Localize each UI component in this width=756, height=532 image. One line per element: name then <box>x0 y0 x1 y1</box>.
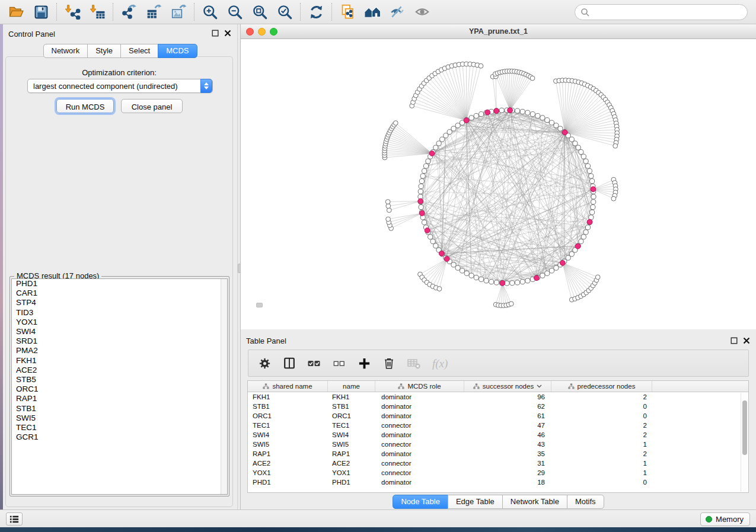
graph-node[interactable] <box>576 145 580 150</box>
graph-node[interactable] <box>585 225 590 230</box>
graph-node[interactable] <box>535 113 540 118</box>
mcds-result-item[interactable]: STB1 <box>12 404 227 414</box>
graph-mcds-node[interactable] <box>419 211 425 216</box>
graph-node[interactable] <box>474 275 479 280</box>
graph-mcds-node[interactable] <box>534 275 540 281</box>
graph-mcds-node[interactable] <box>587 219 592 225</box>
mcds-result-item[interactable]: ORC1 <box>12 384 227 394</box>
graph-node[interactable] <box>581 235 586 239</box>
table-row-RAP1[interactable]: RAP1RAP1dominator352 <box>248 449 748 459</box>
search-input[interactable] <box>590 7 747 18</box>
graph-node[interactable] <box>566 255 570 260</box>
graph-mcds-node[interactable] <box>485 110 490 115</box>
graph-node[interactable] <box>451 262 456 267</box>
mcds-result-item[interactable]: RAP1 <box>12 394 227 403</box>
graph-node[interactable] <box>581 154 586 159</box>
graph-node[interactable] <box>393 121 398 126</box>
graph-node[interactable] <box>479 63 483 68</box>
table-row-SWI5[interactable]: SWI5SWI5connector431 <box>248 440 748 449</box>
graph-node[interactable] <box>554 265 559 270</box>
graph-node[interactable] <box>530 76 535 81</box>
export-table-button[interactable] <box>141 1 166 23</box>
graph-node[interactable] <box>587 169 592 174</box>
table-row-STB1[interactable]: STB1STB1dominator620 <box>248 402 748 411</box>
graph-mcds-node[interactable] <box>562 130 567 135</box>
graph-node[interactable] <box>422 169 427 174</box>
column-header-name[interactable]: name <box>328 381 375 392</box>
mcds-result-item[interactable]: PMA2 <box>12 346 227 355</box>
graph-node[interactable] <box>489 280 494 284</box>
graph-node[interactable] <box>611 196 616 201</box>
graph-node[interactable] <box>479 277 484 281</box>
close-panel-button[interactable]: Close panel <box>121 99 183 113</box>
import-table-button[interactable] <box>85 1 110 23</box>
graph-node[interactable] <box>419 205 423 210</box>
graph-node[interactable] <box>525 110 530 115</box>
graph-mcds-node[interactable] <box>500 280 505 286</box>
graph-node[interactable] <box>419 179 424 184</box>
graph-node[interactable] <box>591 205 595 210</box>
graph-node[interactable] <box>451 126 456 131</box>
graph-node[interactable] <box>591 200 596 204</box>
clone-network-button[interactable] <box>335 1 360 23</box>
graph-mcds-node[interactable] <box>418 198 423 204</box>
graph-node[interactable] <box>540 116 545 120</box>
close-panel-icon[interactable] <box>224 30 231 37</box>
table-row-PHD1[interactable]: PHD1PHD1dominator180 <box>248 477 748 487</box>
graph-node[interactable] <box>460 268 464 273</box>
graph-node[interactable] <box>595 275 600 280</box>
graph-node[interactable] <box>520 280 525 284</box>
mcds-result-item[interactable]: PHD1 <box>12 279 227 289</box>
graph-node[interactable] <box>423 164 428 168</box>
graph-node[interactable] <box>569 252 574 257</box>
network-graph-canvas[interactable] <box>241 39 756 329</box>
close-panel-icon[interactable] <box>743 337 750 344</box>
graph-node[interactable] <box>474 113 479 118</box>
mcds-result-item[interactable]: TEC1 <box>12 423 227 432</box>
graph-node[interactable] <box>509 302 513 306</box>
export-network-button[interactable] <box>116 1 141 23</box>
import-network-button[interactable] <box>60 1 85 23</box>
refresh-view-button[interactable] <box>304 1 328 23</box>
graph-mcds-node[interactable] <box>591 187 596 192</box>
graph-node[interactable] <box>590 210 595 214</box>
select-all-checkboxes-icon[interactable] <box>307 355 322 371</box>
tab-motifs[interactable]: Motifs <box>567 495 604 509</box>
graph-node[interactable] <box>420 174 425 178</box>
mcds-result-item[interactable]: SRD1 <box>12 336 227 346</box>
graph-node[interactable] <box>455 123 460 128</box>
graph-node[interactable] <box>515 108 520 113</box>
graph-node[interactable] <box>428 235 433 239</box>
graph-node[interactable] <box>573 141 578 146</box>
mcds-result-item[interactable]: STB5 <box>12 375 227 384</box>
graph-mcds-node[interactable] <box>464 118 469 123</box>
delete-column-icon[interactable] <box>381 355 397 371</box>
mcds-result-item[interactable]: CAR1 <box>12 289 227 298</box>
graph-node[interactable] <box>464 271 469 275</box>
graph-mcds-node[interactable] <box>494 108 499 114</box>
tab-select[interactable]: Select <box>120 44 158 58</box>
graph-node[interactable] <box>444 133 448 138</box>
graph-node[interactable] <box>558 126 563 131</box>
table-row-ACE2[interactable]: ACE2ACE2connector311 <box>248 459 748 468</box>
graph-node[interactable] <box>525 278 530 283</box>
column-header-MCDS-role[interactable]: MCDS role <box>375 381 464 392</box>
tab-network[interactable]: Network <box>43 44 88 58</box>
graph-node[interactable] <box>554 123 559 128</box>
graph-node[interactable] <box>613 143 618 148</box>
add-column-icon[interactable] <box>356 355 372 371</box>
graph-node[interactable] <box>591 194 596 199</box>
graph-node[interactable] <box>455 265 460 270</box>
open-file-button[interactable] <box>4 1 28 23</box>
graph-node[interactable] <box>585 164 590 168</box>
optimization-criterion-select[interactable]: largest connected component (undirected) <box>27 79 213 93</box>
graph-node[interactable] <box>545 271 550 275</box>
graph-node[interactable] <box>579 239 583 243</box>
mcds-result-item[interactable]: ACE2 <box>12 366 227 375</box>
table-row-YOX1[interactable]: YOX1YOX1connector291 <box>248 468 748 477</box>
tab-node-table[interactable]: Node Table <box>393 495 448 509</box>
zoom-fit-button[interactable] <box>247 1 272 23</box>
graph-node[interactable] <box>589 174 594 178</box>
graph-node[interactable] <box>540 273 545 278</box>
memory-button[interactable]: Memory <box>700 512 750 526</box>
